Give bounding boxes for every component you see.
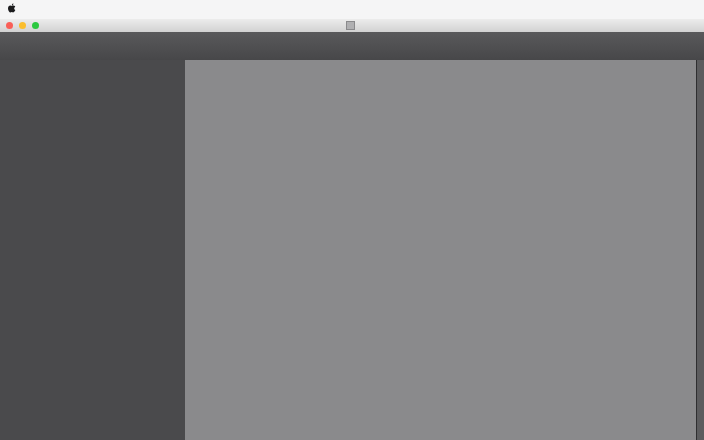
document-proxy-icon (346, 21, 355, 30)
pro-tools-window (0, 0, 704, 440)
edit-toolbar (0, 32, 704, 61)
track-list-panel (0, 60, 186, 440)
menu-bar (0, 0, 704, 20)
edit-canvas[interactable] (185, 60, 696, 440)
vertical-scrollbar[interactable] (696, 60, 704, 440)
apple-menu-icon[interactable] (0, 3, 24, 16)
window-title (0, 21, 704, 31)
title-bar[interactable] (0, 19, 704, 33)
edit-window (0, 60, 704, 440)
